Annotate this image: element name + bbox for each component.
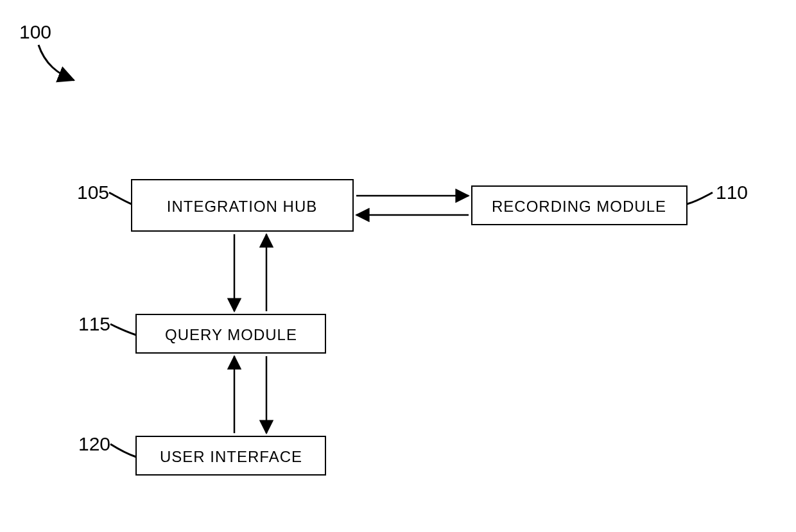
query-module-ref: 115 <box>78 313 110 334</box>
integration-hub-ref-leader <box>109 193 132 204</box>
user-interface-label: USER INTERFACE <box>160 448 302 465</box>
query-module-ref-leader <box>110 324 136 335</box>
diagram-ref-label: 100 <box>19 21 51 42</box>
user-interface-ref: 120 <box>78 433 110 454</box>
block-diagram: 100 INTEGRATION HUB 105 RECORDING MODULE… <box>0 0 796 532</box>
user-interface-ref-leader <box>110 444 136 457</box>
recording-module-ref-leader <box>687 193 713 204</box>
query-module-label: QUERY MODULE <box>165 326 297 343</box>
recording-module-ref: 110 <box>716 182 748 203</box>
user-interface-block: USER INTERFACE <box>136 436 325 475</box>
query-module-block: QUERY MODULE <box>136 314 325 353</box>
recording-module-label: RECORDING MODULE <box>492 198 666 215</box>
integration-hub-ref: 105 <box>77 182 109 203</box>
integration-hub-label: INTEGRATION HUB <box>167 198 318 215</box>
diagram-ref-leader <box>39 45 74 80</box>
integration-hub-block: INTEGRATION HUB <box>132 180 353 231</box>
recording-module-block: RECORDING MODULE <box>472 186 687 225</box>
